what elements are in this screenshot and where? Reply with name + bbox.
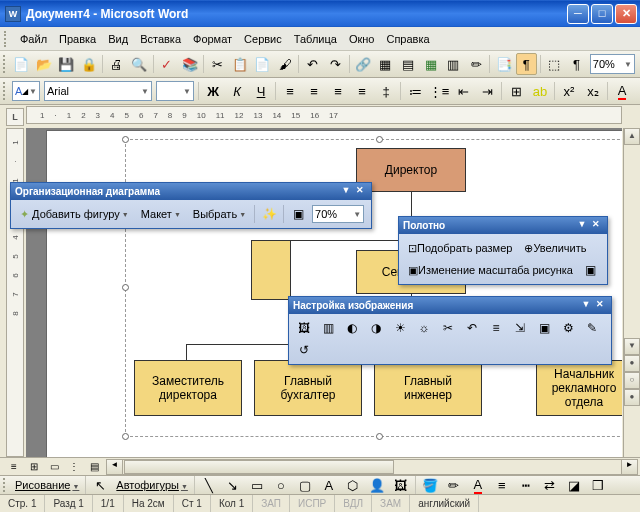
menu-view[interactable]: Вид: [102, 30, 134, 48]
compress-icon[interactable]: ⇲: [509, 318, 531, 338]
new-button[interactable]: 📄: [11, 53, 32, 75]
superscript-button[interactable]: x²: [558, 80, 580, 102]
insert-table-button[interactable]: ▤: [398, 53, 419, 75]
save-button[interactable]: 💾: [56, 53, 77, 75]
shadow-icon[interactable]: ◪: [563, 477, 585, 494]
menu-help[interactable]: Справка: [380, 30, 435, 48]
status-language[interactable]: английский: [410, 495, 479, 512]
dash-style-icon[interactable]: ┅: [515, 477, 537, 494]
rectangle-icon[interactable]: ▭: [246, 477, 268, 494]
decrease-indent-button[interactable]: ⇤: [452, 80, 474, 102]
maximize-button[interactable]: □: [591, 4, 613, 24]
align-right-button[interactable]: ≡: [327, 80, 349, 102]
reading-view-button[interactable]: ▤: [85, 459, 103, 475]
floater-title[interactable]: Полотно ▼ ✕: [399, 217, 607, 234]
text-wrap-icon[interactable]: ▣: [580, 260, 602, 280]
paragraph-marks-button[interactable]: ¶: [566, 53, 587, 75]
less-contrast-icon[interactable]: ◑: [365, 318, 387, 338]
menu-table[interactable]: Таблица: [288, 30, 343, 48]
org-node-accountant[interactable]: Главный бухгалтер: [254, 360, 362, 416]
reset-picture-icon[interactable]: ↺: [293, 340, 315, 360]
subscript-button[interactable]: x₂: [582, 80, 604, 102]
textbox-icon[interactable]: ▢: [294, 477, 316, 494]
more-contrast-icon[interactable]: ◐: [341, 318, 363, 338]
floater-close-button[interactable]: ✕: [589, 219, 603, 232]
tab-selector[interactable]: L: [6, 108, 24, 126]
excel-button[interactable]: ▦: [420, 53, 441, 75]
scroll-down-button[interactable]: ▼: [624, 338, 640, 355]
select-objects-icon[interactable]: ↖: [89, 477, 111, 494]
picture-icon[interactable]: 🖼: [390, 477, 412, 494]
clipart-icon[interactable]: 👤: [366, 477, 388, 494]
status-ext[interactable]: ВДЛ: [335, 495, 372, 512]
drawing-menu[interactable]: Рисование▼: [11, 478, 83, 492]
text-wrap-icon[interactable]: ▣: [533, 318, 555, 338]
org-chart-toolbar[interactable]: Организационная диаграмма ▼ ✕ ✦ Добавить…: [10, 182, 372, 229]
more-brightness-icon[interactable]: ☀: [389, 318, 411, 338]
floater-options-button[interactable]: ▼: [575, 219, 589, 232]
floater-close-button[interactable]: ✕: [593, 299, 607, 312]
toolbar-grip[interactable]: [3, 82, 7, 100]
tables-borders-button[interactable]: ▦: [375, 53, 396, 75]
zoom-combo[interactable]: 70%▼: [590, 54, 635, 74]
borders-button[interactable]: ⊞: [505, 80, 527, 102]
next-page-button[interactable]: ●: [624, 389, 640, 406]
menu-window[interactable]: Окно: [343, 30, 381, 48]
org-node-deputy[interactable]: Заместитель директора: [134, 360, 242, 416]
spellcheck-button[interactable]: ✓: [157, 53, 178, 75]
numbered-list-button[interactable]: ≔: [404, 80, 426, 102]
color-icon[interactable]: ▥: [317, 318, 339, 338]
size-combo[interactable]: ▼: [156, 81, 194, 101]
copy-button[interactable]: 📋: [229, 53, 250, 75]
floater-options-button[interactable]: ▼: [579, 299, 593, 312]
undo-button[interactable]: ↶: [302, 53, 323, 75]
line-style-icon[interactable]: ≡: [485, 318, 507, 338]
toolbar-grip[interactable]: [4, 31, 8, 47]
bulleted-list-button[interactable]: ⋮≡: [428, 80, 450, 102]
drawing-button[interactable]: ✏: [466, 53, 487, 75]
style-combo[interactable]: A◢▼: [12, 81, 40, 101]
status-rec[interactable]: ЗАП: [253, 495, 290, 512]
org-node-aux[interactable]: [251, 240, 291, 300]
org-node-director[interactable]: Директор: [356, 148, 466, 192]
crop-icon[interactable]: ✂: [437, 318, 459, 338]
layout-button[interactable]: Макет▼: [136, 204, 186, 224]
vertical-ruler[interactable]: 1·12345678: [6, 128, 24, 457]
highlight-button[interactable]: ab: [529, 80, 551, 102]
scale-button[interactable]: ▣ Изменение масштаба рисунка: [403, 260, 578, 280]
diagram-icon[interactable]: ⬡: [342, 477, 364, 494]
menu-service[interactable]: Сервис: [238, 30, 288, 48]
wordart-icon[interactable]: A: [318, 477, 340, 494]
arrow-style-icon[interactable]: ⇄: [539, 477, 561, 494]
floater-close-button[interactable]: ✕: [353, 185, 367, 198]
line-color-icon[interactable]: ✏: [443, 477, 465, 494]
minimize-button[interactable]: ─: [567, 4, 589, 24]
text-wrap-icon[interactable]: ▣: [287, 204, 309, 224]
org-node-engineer[interactable]: Главный инженер: [374, 360, 482, 416]
less-brightness-icon[interactable]: ☼: [413, 318, 435, 338]
zoom-100-button[interactable]: ⬚: [544, 53, 565, 75]
align-center-button[interactable]: ≡: [303, 80, 325, 102]
doc-map-button[interactable]: 📑: [493, 53, 514, 75]
transparent-color-icon[interactable]: ✎: [581, 318, 603, 338]
menu-format[interactable]: Формат: [187, 30, 238, 48]
print-button[interactable]: 🖨: [106, 53, 127, 75]
arrow-icon[interactable]: ↘: [222, 477, 244, 494]
insert-picture-icon[interactable]: 🖼: [293, 318, 315, 338]
font-color-icon[interactable]: A: [467, 477, 489, 494]
floater-title[interactable]: Организационная диаграмма ▼ ✕: [11, 183, 371, 200]
3d-icon[interactable]: ❒: [587, 477, 609, 494]
menu-edit[interactable]: Правка: [53, 30, 102, 48]
org-node-adhead[interactable]: Начальник рекламного отдела: [536, 360, 622, 416]
add-shape-button[interactable]: ✦ Добавить фигуру▼: [15, 204, 134, 224]
status-ovr[interactable]: ЗАМ: [372, 495, 410, 512]
line-weight-icon[interactable]: ≡: [491, 477, 513, 494]
autoformat-icon[interactable]: ✨: [258, 204, 280, 224]
picture-toolbar[interactable]: Настройка изображения ▼ ✕ 🖼 ▥ ◐ ◑ ☀ ☼ ✂ …: [288, 296, 612, 365]
line-icon[interactable]: ╲: [198, 477, 220, 494]
normal-view-button[interactable]: ≡: [5, 459, 23, 475]
italic-button[interactable]: К: [226, 80, 248, 102]
toolbar-grip[interactable]: [3, 478, 7, 492]
underline-button[interactable]: Ч: [250, 80, 272, 102]
fill-color-icon[interactable]: 🪣: [419, 477, 441, 494]
